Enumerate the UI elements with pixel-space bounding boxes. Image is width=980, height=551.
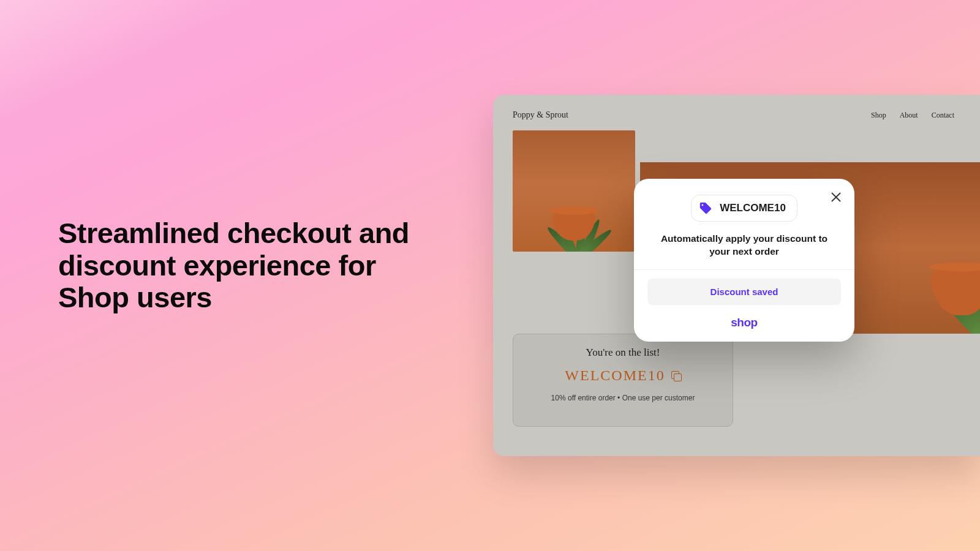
store-brand[interactable]: Poppy & Sprout xyxy=(513,110,568,120)
shop-logo: shop xyxy=(647,316,841,329)
subscribe-confirmation-card: You're on the list! WELCOME10 10% off en… xyxy=(513,334,733,427)
pot-illustration xyxy=(931,266,980,315)
discount-code-display[interactable]: WELCOME10 xyxy=(565,367,680,384)
popup-body-text: Automatically apply your discount to you… xyxy=(652,233,836,258)
discount-saved-button[interactable]: Discount saved xyxy=(647,279,841,305)
storefront-nav: Shop About Contact xyxy=(871,111,954,120)
discount-chip-code: WELCOME10 xyxy=(720,202,786,214)
tag-icon xyxy=(699,201,712,215)
discount-description: 10% off entire order • One use per custo… xyxy=(513,394,733,402)
marketing-slide: Streamlined checkout and discount experi… xyxy=(0,0,980,551)
shop-discount-popup: WELCOME10 Automatically apply your disco… xyxy=(634,179,854,342)
nav-link-shop[interactable]: Shop xyxy=(871,111,886,120)
discount-chip: WELCOME10 xyxy=(691,195,797,222)
nav-link-contact[interactable]: Contact xyxy=(932,111,954,120)
copy-icon[interactable] xyxy=(671,371,681,381)
subscribe-title: You're on the list! xyxy=(513,347,733,359)
nav-link-about[interactable]: About xyxy=(900,111,918,120)
product-image-small xyxy=(513,130,635,252)
discount-code-text: WELCOME10 xyxy=(565,367,665,384)
storefront-header: Poppy & Sprout Shop About Contact xyxy=(513,106,960,124)
close-icon[interactable] xyxy=(829,190,843,204)
headline: Streamlined checkout and discount experi… xyxy=(58,217,438,314)
divider xyxy=(634,269,854,270)
